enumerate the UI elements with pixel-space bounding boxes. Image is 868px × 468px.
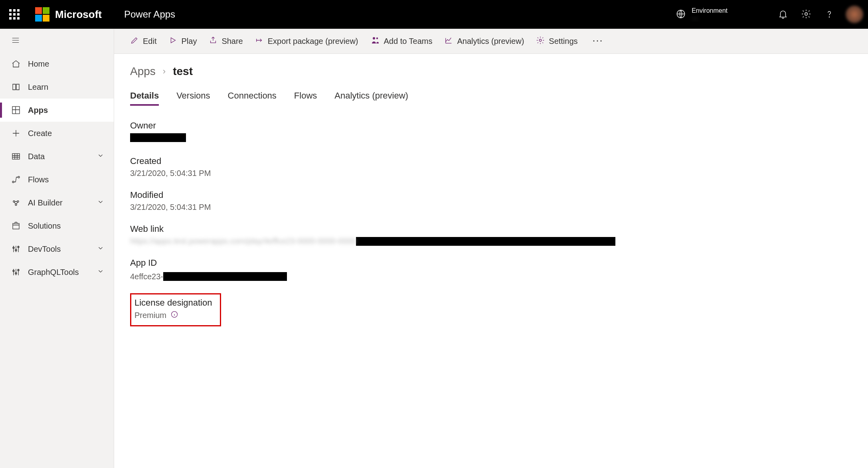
analytics-button[interactable]: Analytics (preview) <box>444 36 524 47</box>
app-id-label: App ID <box>130 258 852 268</box>
svg-point-1 <box>805 12 808 15</box>
breadcrumb-current: test <box>173 65 193 78</box>
export-button[interactable]: Export package (preview) <box>255 36 358 47</box>
nav-item-ai-builder[interactable]: AI Builder <box>0 191 114 214</box>
global-settings-button[interactable] <box>795 0 818 29</box>
nav-item-home[interactable]: Home <box>0 52 114 75</box>
nav-item-label: AI Builder <box>28 198 63 207</box>
chart-icon <box>444 36 453 47</box>
settings-button[interactable]: Settings <box>536 36 577 47</box>
share-button[interactable]: Share <box>209 36 243 47</box>
app-launcher-button[interactable] <box>0 0 29 29</box>
microsoft-wordmark: Microsoft <box>55 8 102 21</box>
more-commands-button[interactable]: ··· <box>593 37 604 45</box>
table-icon <box>11 152 21 161</box>
tab-versions[interactable]: Versions <box>176 89 210 106</box>
share-icon <box>209 36 217 47</box>
tab-label: Versions <box>176 91 210 101</box>
svg-point-2 <box>829 16 829 17</box>
user-avatar[interactable] <box>846 6 863 23</box>
nav-item-label: Home <box>28 59 49 69</box>
svg-point-19 <box>540 39 542 41</box>
environment-name: — <box>692 14 728 22</box>
breadcrumb-root[interactable]: Apps <box>130 65 156 78</box>
tab-label: Details <box>130 91 159 101</box>
app-id-redacted <box>163 272 287 281</box>
license-label: License designation <box>134 298 212 308</box>
chevron-down-icon <box>97 245 104 254</box>
owner-label: Owner <box>130 120 852 131</box>
cmd-label: Analytics (preview) <box>457 37 524 46</box>
tab-connections[interactable]: Connections <box>228 89 277 106</box>
header-bar: Microsoft Power Apps Environment — <box>0 0 868 29</box>
svg-rect-3 <box>12 107 20 114</box>
svg-point-7 <box>13 201 15 202</box>
nav-item-create[interactable]: Create <box>0 122 114 145</box>
flow-icon <box>11 175 21 184</box>
globe-icon <box>676 9 686 20</box>
breadcrumb: Apps › test <box>130 65 852 78</box>
package-icon <box>11 221 21 231</box>
nav-item-learn[interactable]: Learn <box>0 75 114 99</box>
microsoft-logo-icon <box>35 7 49 22</box>
svg-point-17 <box>373 37 375 39</box>
chevron-down-icon <box>97 198 104 207</box>
cmd-label: Edit <box>143 37 156 46</box>
nav-item-devtools[interactable]: DevTools <box>0 237 114 261</box>
add-to-teams-button[interactable]: Add to Teams <box>370 36 433 47</box>
owner-value-redacted <box>130 133 186 142</box>
cmd-label: Settings <box>549 37 577 46</box>
waffle-icon <box>9 9 20 20</box>
nav-item-label: GraphQLTools <box>28 268 79 277</box>
app-id-prefix: 4effce23- <box>130 272 163 281</box>
info-icon[interactable] <box>170 310 178 320</box>
svg-rect-10 <box>13 223 19 229</box>
gear-icon <box>536 36 545 47</box>
license-designation-highlight: License designation Premium <box>130 293 221 326</box>
nav-item-apps[interactable]: Apps <box>0 99 114 122</box>
sliders-icon <box>11 267 21 277</box>
help-button[interactable] <box>818 0 841 29</box>
cmd-label: Share <box>221 37 243 46</box>
hamburger-icon <box>11 36 20 46</box>
environment-label: Environment <box>692 7 728 14</box>
svg-point-9 <box>15 204 17 205</box>
nav-item-label: Apps <box>28 106 48 115</box>
sliders-icon <box>11 244 21 254</box>
play-button[interactable]: Play <box>168 36 197 47</box>
play-icon <box>168 36 177 47</box>
tab-flows[interactable]: Flows <box>294 89 317 106</box>
left-navigation: Home Learn Apps Create <box>0 29 114 468</box>
svg-rect-4 <box>12 154 20 159</box>
ai-icon <box>11 198 21 207</box>
cmd-label: Add to Teams <box>384 37 433 46</box>
home-icon <box>11 59 21 69</box>
microsoft-brand: Microsoft <box>29 7 102 22</box>
svg-point-18 <box>376 38 378 39</box>
gear-icon <box>801 9 811 20</box>
nav-item-solutions[interactable]: Solutions <box>0 214 114 237</box>
nav-item-label: Flows <box>28 175 49 184</box>
nav-item-graphqltools[interactable]: GraphQLTools <box>0 261 114 284</box>
nav-item-label: Learn <box>28 83 48 92</box>
nav-item-data[interactable]: Data <box>0 145 114 168</box>
nav-item-label: Data <box>28 152 45 161</box>
nav-item-flows[interactable]: Flows <box>0 168 114 191</box>
chevron-right-icon: › <box>163 66 166 77</box>
tab-label: Connections <box>228 91 277 101</box>
web-link-label: Web link <box>130 224 852 234</box>
tab-analytics[interactable]: Analytics (preview) <box>334 89 408 106</box>
created-value: 3/21/2020, 5:04:31 PM <box>130 169 852 178</box>
created-label: Created <box>130 156 852 166</box>
nav-item-label: DevTools <box>28 245 61 254</box>
tab-label: Analytics (preview) <box>334 91 408 101</box>
edit-button[interactable]: Edit <box>130 36 156 47</box>
tab-label: Flows <box>294 91 317 101</box>
notifications-button[interactable] <box>771 0 795 29</box>
environment-picker[interactable]: Environment — <box>676 7 771 22</box>
tabs: Details Versions Connections Flows Analy… <box>130 89 852 106</box>
collapse-nav-button[interactable] <box>0 29 114 52</box>
pencil-icon <box>130 36 139 47</box>
tab-details[interactable]: Details <box>130 89 159 106</box>
chevron-down-icon <box>97 152 104 161</box>
